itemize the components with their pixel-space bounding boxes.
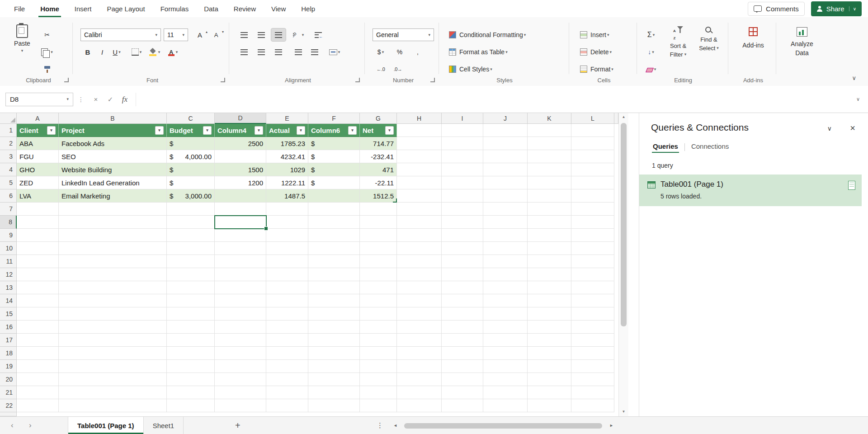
format-painter-button[interactable] — [40, 63, 54, 75]
decrease-decimal-button[interactable]: .0→ — [391, 63, 405, 75]
cell-G11[interactable] — [360, 255, 397, 268]
cell-D6[interactable] — [215, 189, 266, 203]
cell-F22[interactable] — [308, 399, 360, 412]
sort-filter-button[interactable]: Sort & Filter▾ — [664, 26, 693, 58]
autosum-button[interactable]: Σ▾ — [644, 28, 658, 41]
filter-button[interactable]: ▾ — [297, 126, 305, 135]
cell-I4[interactable] — [442, 163, 483, 176]
cell-E20[interactable] — [266, 373, 308, 386]
cell-K18[interactable] — [528, 347, 571, 360]
menu-tab-page-layout[interactable]: Page Layout — [99, 0, 152, 17]
cell-C4[interactable]: $ — [167, 163, 215, 176]
row-header-12[interactable]: 12 — [0, 268, 17, 281]
bold-button[interactable]: B — [80, 46, 95, 58]
decrease-font-size-button[interactable] — [209, 28, 223, 41]
cell-H1[interactable] — [397, 124, 442, 137]
cell-H3[interactable] — [397, 150, 442, 163]
cell-D20[interactable] — [215, 373, 266, 386]
percent-style-button[interactable]: % — [392, 46, 407, 58]
cell-G18[interactable] — [360, 347, 397, 360]
cell-E5[interactable]: 1222.11 — [266, 176, 308, 189]
cell-I11[interactable] — [442, 255, 483, 268]
row-header-19[interactable]: 19 — [0, 360, 17, 373]
cell-H21[interactable] — [397, 386, 442, 399]
menu-tab-home[interactable]: Home — [33, 0, 67, 17]
cell-G20[interactable] — [360, 373, 397, 386]
column-header-K[interactable]: K — [528, 113, 571, 124]
sheet-options-icon[interactable]: ⋮ — [377, 417, 383, 434]
cell-F20[interactable] — [308, 373, 360, 386]
cell-H4[interactable] — [397, 163, 442, 176]
cell-C5[interactable]: $ — [167, 176, 215, 189]
cell-E7[interactable] — [266, 203, 308, 216]
cell-D9[interactable] — [215, 229, 266, 242]
increase-font-size-button[interactable] — [193, 28, 207, 41]
cell-I17[interactable] — [442, 334, 483, 347]
cell-E15[interactable] — [266, 307, 308, 321]
cell-G17[interactable] — [360, 334, 397, 347]
cell-E8[interactable] — [266, 216, 308, 229]
cell-F1[interactable]: Column6▾ — [308, 124, 360, 137]
cell-K12[interactable] — [528, 268, 571, 281]
cell-B18[interactable] — [59, 347, 167, 360]
cell-L13[interactable] — [571, 281, 614, 294]
cell-D5[interactable]: 1200 — [215, 176, 266, 189]
cell-E1[interactable]: Actual▾ — [266, 124, 308, 137]
column-header-E[interactable]: E — [266, 113, 308, 124]
cell-I16[interactable] — [442, 321, 483, 334]
cell-A6[interactable]: LVA — [17, 189, 59, 203]
next-sheet-button[interactable]: › — [29, 417, 32, 434]
cancel-button[interactable]: × — [89, 95, 103, 103]
cell-B15[interactable] — [59, 307, 167, 321]
cell-I3[interactable] — [442, 150, 483, 163]
cell-A13[interactable] — [17, 281, 59, 294]
cell-A21[interactable] — [17, 386, 59, 399]
cell-B5[interactable]: LinkedIn Lead Generation — [59, 176, 167, 189]
filter-button[interactable]: ▾ — [155, 126, 164, 135]
fill-handle[interactable] — [264, 226, 268, 231]
cell-L12[interactable] — [571, 268, 614, 281]
cell-B22[interactable] — [59, 399, 167, 412]
row-header-3[interactable]: 3 — [0, 150, 17, 163]
cell-F16[interactable] — [308, 321, 360, 334]
cell-H10[interactable] — [397, 242, 442, 255]
row-header-5[interactable]: 5 — [0, 176, 17, 189]
cell-E18[interactable] — [266, 347, 308, 360]
cell-I14[interactable] — [442, 294, 483, 307]
cell-D12[interactable] — [215, 268, 266, 281]
cell-D14[interactable] — [215, 294, 266, 307]
accounting-format-button[interactable]: $▾ — [373, 46, 388, 58]
menu-tab-data[interactable]: Data — [196, 0, 226, 17]
merge-center-button[interactable]: ▾ — [327, 46, 342, 58]
cell-J8[interactable] — [483, 216, 528, 229]
column-header-A[interactable]: A — [17, 113, 59, 124]
cell-E12[interactable] — [266, 268, 308, 281]
column-header-J[interactable]: J — [483, 113, 528, 124]
cell-K19[interactable] — [528, 360, 571, 373]
cell-B7[interactable] — [59, 203, 167, 216]
cell-J11[interactable] — [483, 255, 528, 268]
comments-button[interactable]: Comments — [748, 2, 805, 16]
cell-G12[interactable] — [360, 268, 397, 281]
cell-B2[interactable]: Facebook Ads — [59, 137, 167, 150]
cell-A20[interactable] — [17, 373, 59, 386]
font-name-select[interactable]: Calibri▾ — [80, 28, 161, 41]
cell-G7[interactable] — [360, 203, 397, 216]
cell-K22[interactable] — [528, 399, 571, 412]
formula-input[interactable] — [136, 93, 853, 106]
cell-E9[interactable] — [266, 229, 308, 242]
cell-E21[interactable] — [266, 386, 308, 399]
panel-collapse-icon[interactable]: ∨ — [827, 125, 832, 132]
cell-A17[interactable] — [17, 334, 59, 347]
row-header-22[interactable]: 22 — [0, 399, 17, 412]
cell-G9[interactable] — [360, 229, 397, 242]
menu-tab-insert[interactable]: Insert — [67, 0, 99, 17]
collapse-ribbon-icon[interactable]: ∨ — [852, 75, 856, 81]
cell-L18[interactable] — [571, 347, 614, 360]
cell-J18[interactable] — [483, 347, 528, 360]
cell-C6[interactable]: $3,000.00 — [167, 189, 215, 203]
cell-G3[interactable]: -232.41 — [360, 150, 397, 163]
cell-B8[interactable] — [59, 216, 167, 229]
scroll-down-icon[interactable]: ▼ — [619, 410, 628, 414]
cell-K10[interactable] — [528, 242, 571, 255]
